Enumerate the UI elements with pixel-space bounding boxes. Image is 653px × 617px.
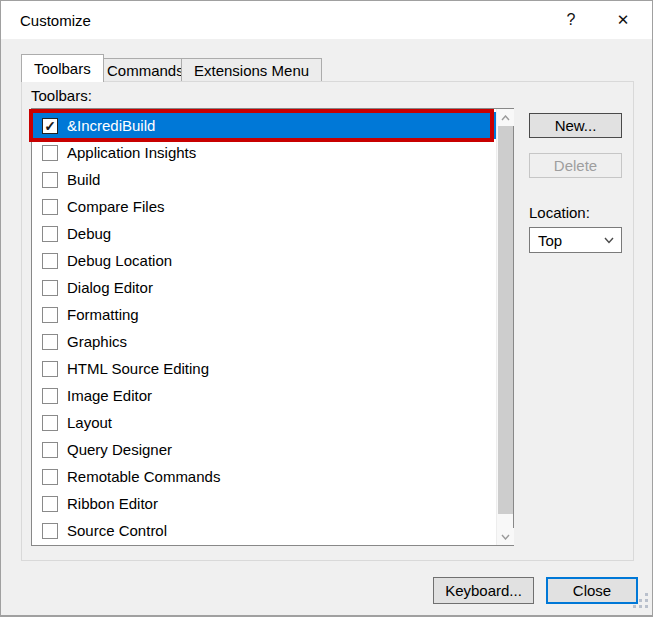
toolbar-list-item[interactable]: Debug [32, 220, 496, 247]
location-label: Location: [529, 204, 590, 221]
location-dropdown[interactable]: Top [529, 227, 622, 253]
toolbar-item-label: Image Editor [67, 387, 152, 404]
toolbar-list-item[interactable]: Source Control [32, 517, 496, 544]
toolbar-checkbox[interactable] [42, 226, 58, 242]
keyboard-button[interactable]: Keyboard... [433, 577, 534, 604]
toolbar-list-item[interactable]: Remotable Commands [32, 463, 496, 490]
toolbar-item-label: &IncrediBuild [67, 117, 155, 134]
tab-extensions-menu[interactable]: Extensions Menu [181, 58, 322, 81]
toolbar-list-item[interactable]: Debug Location [32, 247, 496, 274]
toolbar-list-item[interactable]: Formatting [32, 301, 496, 328]
toolbar-item-label: Build [67, 171, 100, 188]
chevron-down-icon [604, 237, 614, 244]
toolbar-checkbox[interactable] [42, 496, 58, 512]
scrollbar-thumb[interactable] [498, 126, 513, 514]
tab-toolbars[interactable]: Toolbars [21, 54, 104, 82]
toolbar-list-item[interactable]: Graphics [32, 328, 496, 355]
scrollbar-down-icon[interactable] [497, 528, 514, 545]
toolbar-item-label: Query Designer [67, 441, 172, 458]
toolbar-checkbox[interactable] [42, 523, 58, 539]
toolbar-checkbox[interactable] [42, 199, 58, 215]
toolbar-list-item[interactable]: Ribbon Editor [32, 490, 496, 517]
toolbar-list-item[interactable]: Query Designer [32, 436, 496, 463]
toolbar-list-item[interactable]: Compare Files [32, 193, 496, 220]
toolbar-checkbox[interactable] [42, 415, 58, 431]
toolbar-checkbox[interactable] [42, 334, 58, 350]
toolbar-checkbox[interactable]: ✓ [42, 118, 58, 134]
toolbar-checkbox[interactable] [42, 307, 58, 323]
scrollbar-up-icon[interactable] [497, 109, 514, 126]
toolbar-checkbox[interactable] [42, 469, 58, 485]
toolbar-checkbox[interactable] [42, 172, 58, 188]
toolbar-listbox-content: ✓ &IncrediBuild Application Insights Bui… [32, 109, 496, 545]
location-selected-value: Top [538, 232, 604, 249]
customize-dialog: Customize ? ✕ Toolbars Commands Extensio… [0, 0, 653, 617]
toolbar-item-label: Source Control [67, 522, 167, 539]
list-scrollbar[interactable] [496, 109, 513, 545]
toolbar-list-item[interactable]: Build [32, 166, 496, 193]
toolbar-list-item[interactable]: Dialog Editor [32, 274, 496, 301]
resize-grip-icon[interactable] [631, 591, 649, 613]
toolbars-listbox: ✓ &IncrediBuild Application Insights Bui… [31, 108, 514, 546]
toolbar-item-label: Debug Location [67, 252, 172, 269]
toolbar-list-item[interactable]: Image Editor [32, 382, 496, 409]
toolbar-item-label: Dialog Editor [67, 279, 153, 296]
toolbar-checkbox[interactable] [42, 253, 58, 269]
toolbars-list-label: Toolbars: [31, 87, 92, 104]
toolbar-item-label: Remotable Commands [67, 468, 220, 485]
new-button[interactable]: New... [529, 113, 622, 138]
toolbar-list-item[interactable]: Layout [32, 409, 496, 436]
toolbar-checkbox[interactable] [42, 442, 58, 458]
toolbar-checkbox[interactable] [42, 388, 58, 404]
toolbar-item-label: Ribbon Editor [67, 495, 158, 512]
toolbar-list-item[interactable]: ✓ &IncrediBuild [32, 112, 496, 139]
toolbar-item-label: HTML Source Editing [67, 360, 209, 377]
close-button[interactable]: Close [546, 577, 638, 604]
toolbar-item-label: Layout [67, 414, 112, 431]
toolbar-item-label: Debug [67, 225, 111, 242]
toolbar-list-item[interactable]: HTML Source Editing [32, 355, 496, 382]
toolbar-item-label: Application Insights [67, 144, 196, 161]
toolbar-checkbox[interactable] [42, 361, 58, 377]
toolbar-checkbox[interactable] [42, 280, 58, 296]
toolbar-list-item[interactable]: Application Insights [32, 139, 496, 166]
toolbar-item-label: Compare Files [67, 198, 165, 215]
toolbar-item-label: Formatting [67, 306, 139, 323]
toolbar-checkbox[interactable] [42, 145, 58, 161]
toolbar-item-label: Graphics [67, 333, 127, 350]
help-icon[interactable]: ? [550, 1, 592, 39]
dialog-title: Customize [20, 12, 91, 29]
title-bar: Customize ? ✕ [1, 1, 652, 39]
delete-button[interactable]: Delete [529, 153, 622, 178]
close-icon[interactable]: ✕ [602, 1, 644, 39]
